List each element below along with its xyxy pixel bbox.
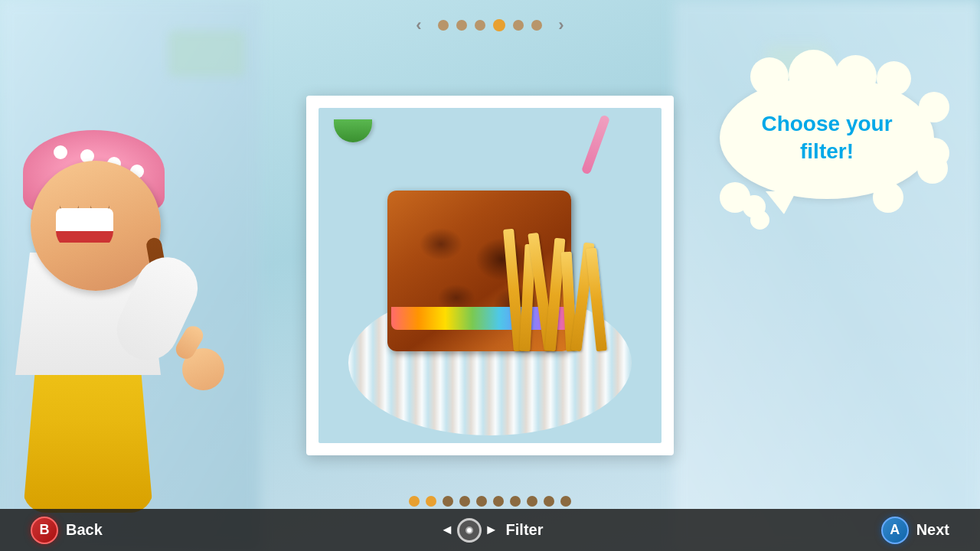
filter-dot-4[interactable]: [459, 496, 470, 507]
filter-left-arrow-icon: ◄: [440, 522, 454, 538]
filter-dot-2[interactable]: [426, 496, 436, 507]
filter-dot-9[interactable]: [544, 496, 554, 507]
character-mouth: [52, 204, 117, 243]
a-button-icon: A: [881, 517, 909, 544]
filter-right-arrow-icon: ►: [485, 522, 498, 538]
filter-label: Filter: [506, 521, 544, 539]
french-fries: [501, 214, 616, 367]
filter-dot-10[interactable]: [560, 496, 571, 507]
filter-dot-3[interactable]: [443, 496, 453, 507]
speech-bubble: Choose your filter!: [720, 77, 934, 199]
top-navigation: ‹ ›: [407, 14, 573, 37]
filter-stick-icon: [457, 518, 482, 543]
bubble-bump-5: [919, 92, 949, 122]
photo-inner: [318, 108, 662, 443]
top-nav-dot-2[interactable]: [456, 20, 467, 31]
top-nav-dot-5[interactable]: [513, 20, 524, 31]
b-button-icon: B: [31, 517, 58, 544]
filter-stick-dot: [466, 527, 473, 534]
top-nav-dot-6[interactable]: [531, 20, 542, 31]
top-nav-dot-4-active[interactable]: [493, 19, 505, 31]
chopstick-decoration: [581, 114, 611, 174]
next-button[interactable]: A Next: [881, 517, 949, 544]
bowl-decoration: [334, 119, 372, 142]
bottom-bar: B Back ◄ ► Filter A Next: [0, 509, 980, 551]
top-nav-left-arrow[interactable]: ‹: [407, 14, 430, 37]
filter-dot-6[interactable]: [493, 496, 504, 507]
bubble-bump-10: [720, 182, 750, 213]
bubble-bump-7: [917, 153, 948, 184]
character-body: [8, 222, 161, 513]
back-label: Back: [66, 521, 103, 539]
filter-dot-5[interactable]: [476, 496, 487, 507]
filter-button[interactable]: ◄ ► Filter: [440, 518, 544, 543]
bubble-bump-1: [750, 57, 789, 96]
top-nav-right-arrow[interactable]: ›: [550, 14, 573, 37]
top-nav-dot-1[interactable]: [438, 20, 449, 31]
filter-icon-group: ◄ ►: [440, 518, 498, 543]
speech-text: Choose your filter!: [735, 110, 919, 166]
bubble-bump-3: [835, 55, 877, 97]
filter-dot-1[interactable]: [409, 496, 420, 507]
mama-character: [0, 69, 237, 513]
filter-dot-7[interactable]: [510, 496, 521, 507]
bubble-bump-8: [873, 182, 903, 213]
next-label: Next: [916, 521, 949, 539]
back-button[interactable]: B Back: [31, 517, 103, 544]
character-teeth: [56, 208, 113, 231]
filter-dot-8[interactable]: [527, 496, 537, 507]
bubble-bump-4: [877, 61, 911, 96]
photo-frame: [306, 96, 674, 455]
bubble-bump-2: [789, 50, 838, 99]
filter-dots: [409, 496, 571, 507]
top-nav-dot-3[interactable]: [475, 20, 485, 31]
